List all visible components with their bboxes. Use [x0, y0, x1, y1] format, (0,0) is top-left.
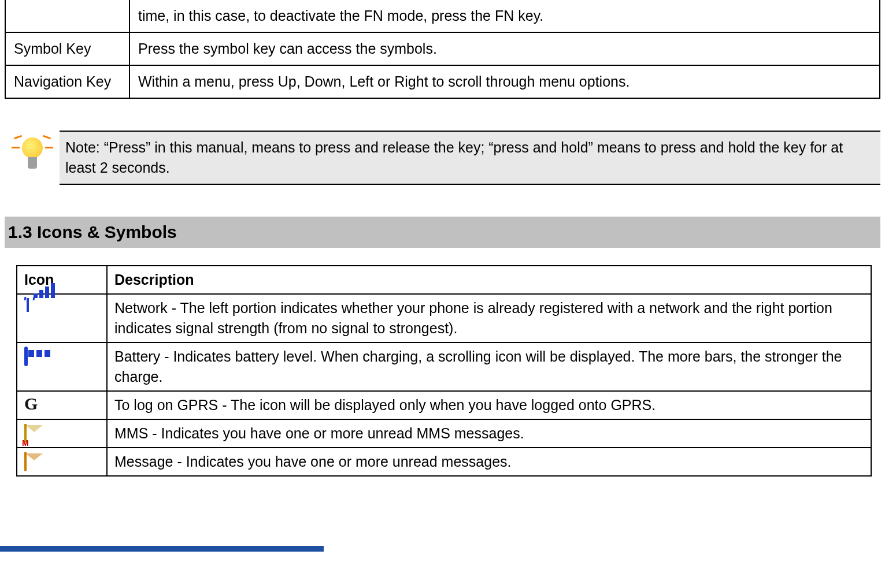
icon-desc: Network - The left portion indicates whe… — [107, 294, 871, 343]
table-row: G To log on GPRS - The icon will be disp… — [17, 391, 871, 419]
mms-icon — [24, 423, 27, 444]
key-name-cell: Navigation Key — [5, 65, 129, 98]
table-row: Symbol Key Press the symbol key can acce… — [5, 32, 880, 65]
table-row: time, in this case, to deactivate the FN… — [5, 0, 880, 32]
note-callout: Note: “Press” in this manual, means to p… — [5, 131, 880, 185]
footer-bar — [0, 546, 324, 552]
table-row: MMS - Indicates you have one or more unr… — [17, 419, 871, 448]
key-name-cell — [5, 0, 129, 32]
header-icon: Icon — [17, 266, 107, 294]
table-row: Navigation Key Within a menu, press Up, … — [5, 65, 880, 98]
section-heading: 1.3 Icons & Symbols — [5, 217, 880, 248]
icon-desc: MMS - Indicates you have one or more unr… — [107, 419, 871, 448]
icon-cell — [17, 419, 107, 448]
table-row: Network - The left portion indicates whe… — [17, 294, 871, 343]
table-header-row: Icon Description — [17, 266, 871, 294]
note-text: Note: “Press” in this manual, means to p… — [60, 131, 880, 185]
battery-icon — [24, 347, 28, 367]
keys-table: time, in this case, to deactivate the FN… — [5, 0, 880, 99]
key-name-cell: Symbol Key — [5, 32, 129, 65]
icon-desc: To log on GPRS - The icon will be displa… — [107, 391, 871, 419]
icon-cell: G — [17, 391, 107, 419]
icon-desc: Battery - Indicates battery level. When … — [107, 343, 871, 391]
table-row: Message - Indicates you have one or more… — [17, 448, 871, 476]
icons-table: Icon Description Network - The left port… — [16, 265, 872, 477]
icon-cell — [17, 294, 107, 343]
key-desc-cell: Within a menu, press Up, Down, Left or R… — [129, 65, 880, 98]
icon-cell — [17, 343, 107, 391]
icon-cell — [17, 448, 107, 476]
header-description: Description — [107, 266, 871, 294]
key-desc-cell: time, in this case, to deactivate the FN… — [129, 0, 880, 32]
table-row: Battery - Indicates battery level. When … — [17, 343, 871, 391]
icon-desc: Message - Indicates you have one or more… — [107, 448, 871, 476]
key-desc-cell: Press the symbol key can access the symb… — [129, 32, 880, 65]
message-icon — [24, 452, 27, 472]
gprs-icon: G — [24, 395, 38, 412]
lightbulb-icon — [5, 131, 60, 169]
